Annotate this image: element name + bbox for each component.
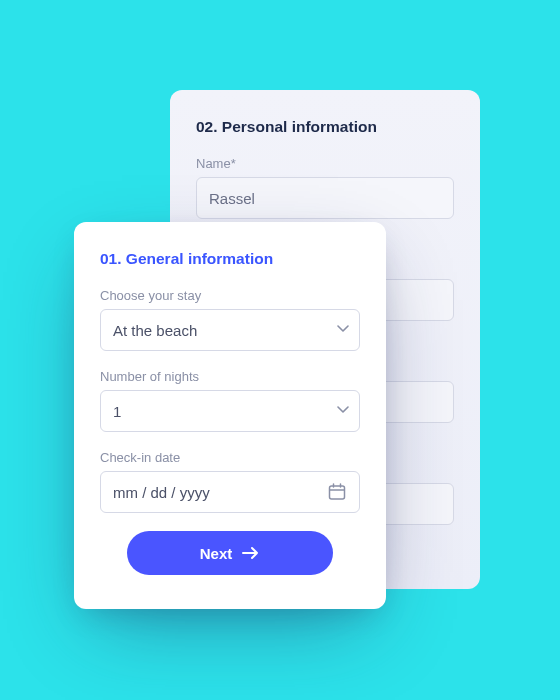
- checkin-placeholder: mm / dd / yyyy: [113, 484, 210, 501]
- name-value: Rassel: [209, 190, 255, 207]
- name-label: Name*: [196, 156, 454, 171]
- next-button[interactable]: Next: [127, 531, 333, 575]
- step1-title: 01. General information: [100, 250, 360, 268]
- checkin-label: Check-in date: [100, 450, 360, 465]
- stay-label: Choose your stay: [100, 288, 360, 303]
- step2-title: 02. Personal information: [196, 118, 454, 136]
- stay-value: At the beach: [113, 322, 197, 339]
- nights-label: Number of nights: [100, 369, 360, 384]
- chevron-down-icon: [337, 406, 347, 416]
- calendar-icon: [327, 482, 347, 502]
- chevron-down-icon: [337, 325, 347, 335]
- stay-select[interactable]: At the beach: [100, 309, 360, 351]
- arrow-right-icon: [242, 546, 260, 560]
- nights-value: 1: [113, 403, 121, 420]
- step-card-general: 01. General information Choose your stay…: [74, 222, 386, 609]
- nights-select[interactable]: 1: [100, 390, 360, 432]
- name-field[interactable]: Rassel: [196, 177, 454, 219]
- checkin-date-input[interactable]: mm / dd / yyyy: [100, 471, 360, 513]
- next-label: Next: [200, 545, 233, 562]
- svg-rect-0: [330, 486, 345, 499]
